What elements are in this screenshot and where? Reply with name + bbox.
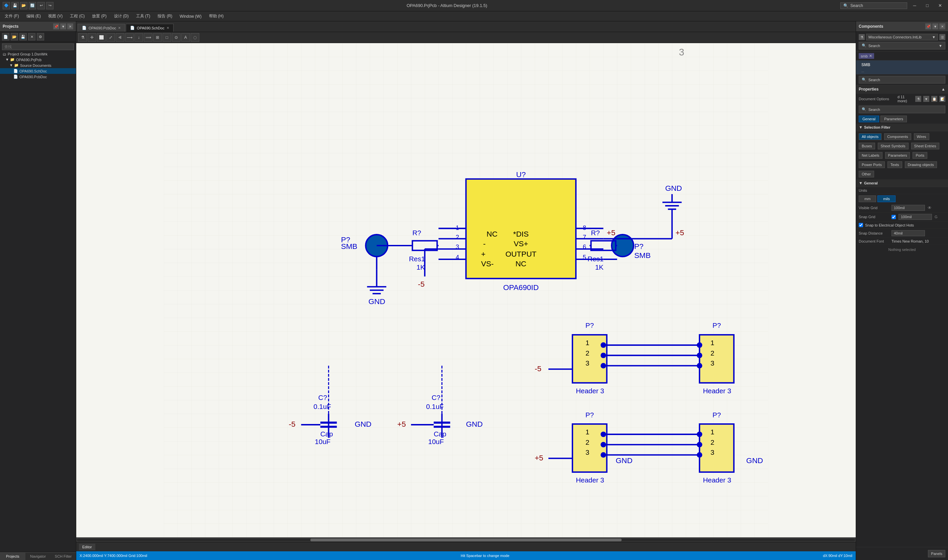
text-tool[interactable]: A — [181, 33, 190, 42]
sf-ports[interactable]: Ports — [913, 152, 927, 159]
menu-reports[interactable]: 报告 (R) — [154, 12, 176, 20]
pcbdoc-tab-close[interactable]: ✕ — [118, 26, 121, 30]
menu-project[interactable]: 工程 (C) — [66, 12, 88, 20]
smb-tag-remove[interactable]: ✕ — [869, 54, 872, 58]
undo-icon[interactable]: ↩ — [37, 2, 45, 9]
panel-close-btn[interactable]: ✕ — [67, 23, 73, 29]
new-btn[interactable]: 📄 — [2, 33, 9, 40]
grid-tool[interactable]: ⊞ — [153, 33, 162, 42]
project-search-input[interactable] — [2, 43, 74, 50]
refresh-icon[interactable]: 🔄 — [29, 2, 36, 9]
schdoc-tab-close[interactable]: ✕ — [166, 26, 169, 30]
tab-navigator[interactable]: Navigator — [25, 552, 51, 560]
tab-schdoc[interactable]: 📄 OPA690.SchDoc ✕ — [126, 24, 173, 32]
tab-projects[interactable]: Projects — [0, 552, 25, 560]
sf-wires[interactable]: Wires — [914, 133, 929, 140]
close-button[interactable]: ✕ — [935, 1, 945, 10]
align-tool[interactable]: ⫷ — [116, 33, 124, 42]
selection-filter-header[interactable]: ▼ Selection Filter — [856, 124, 948, 131]
bus-tool[interactable]: ⟹ — [144, 33, 153, 42]
h-scrollbar[interactable] — [76, 537, 856, 542]
sf-components[interactable]: Components — [884, 133, 911, 140]
titlebar-search[interactable]: 🔍 Search — [840, 2, 907, 9]
sf-drawing-objects[interactable]: Drawing objects — [905, 162, 937, 168]
properties-search[interactable]: 🔍 Search — [859, 76, 945, 83]
panels-button[interactable]: Panels — [928, 550, 945, 557]
filter-tool[interactable]: ⚗ — [78, 33, 87, 42]
tab-sch-filter[interactable]: SCH Filter — [51, 552, 76, 560]
place-tool[interactable]: □ — [162, 33, 171, 42]
doc-options-btn2[interactable]: 📋 — [931, 96, 937, 102]
minimize-button[interactable]: ─ — [909, 1, 920, 10]
tab-parameters[interactable]: Parameters — [880, 115, 907, 122]
down-tool[interactable]: ↓ — [134, 33, 143, 42]
snap-grid-checkbox[interactable] — [891, 215, 896, 219]
properties-chevron[interactable]: ▲ — [941, 87, 945, 92]
doc-options-btn1[interactable]: ▼ — [923, 96, 929, 102]
component-search[interactable]: 🔍 Search ▼ — [859, 42, 945, 49]
menu-help[interactable]: 帮助 (H) — [206, 12, 227, 20]
menu-place[interactable]: 放置 (P) — [89, 12, 110, 20]
menu-tools[interactable]: 工具 (T) — [133, 12, 154, 20]
wire-tool[interactable]: ⟶ — [125, 33, 134, 42]
components-pin-btn[interactable]: 📌 — [925, 23, 931, 29]
sf-sheet-entries[interactable]: Sheet Entries — [911, 143, 939, 149]
sf-all-objects[interactable]: All objects — [859, 133, 882, 140]
filter-icon[interactable]: ⚗ — [859, 34, 865, 40]
library-menu-btn[interactable]: ☰ — [939, 34, 945, 40]
props-inner-search[interactable]: 🔍 Search — [859, 106, 945, 113]
power-tool[interactable]: ⊙ — [172, 33, 180, 42]
unit-mm[interactable]: mm — [859, 195, 876, 202]
editor-tab-btn[interactable]: Editor — [79, 544, 95, 550]
tree-item-schdoc[interactable]: 📄 OPA690.SchDoc — [0, 68, 76, 74]
visible-grid-input[interactable] — [891, 205, 925, 211]
snap-electrical-checkbox[interactable] — [859, 223, 863, 227]
redo-icon[interactable]: ↪ — [46, 2, 54, 9]
schematic-canvas-area[interactable]: 3 *DIS VS+ OUTPUT NC - + VS- NC 1 2 3 4 — [76, 43, 856, 537]
snap-grid-input[interactable] — [899, 214, 932, 220]
sf-other[interactable]: Other — [859, 171, 874, 177]
components-menu-btn[interactable]: ▼ — [932, 23, 938, 29]
menu-edit[interactable]: 编辑 (E) — [23, 12, 44, 20]
settings-btn[interactable]: ⚙ — [37, 33, 44, 40]
menu-view[interactable]: 视图 (V) — [45, 12, 66, 20]
save-btn[interactable]: 💾 — [19, 33, 27, 40]
tab-pcbdoc[interactable]: 📄 OPA690.PcbDoc ✕ — [77, 24, 125, 32]
save-icon[interactable]: 💾 — [11, 2, 19, 9]
tree-item-source-docs[interactable]: ▼ 📁 Source Documents — [0, 63, 76, 68]
unit-mils[interactable]: mils — [877, 195, 896, 202]
crosshair-tool[interactable]: ✛ — [88, 33, 96, 42]
tab-general[interactable]: General — [859, 115, 879, 122]
tree-item-prjpcb[interactable]: ▼ 📁 OPA690.PrjPcb — [0, 57, 76, 63]
rect-select-tool[interactable]: ⬜ — [97, 33, 106, 42]
doc-options-filter[interactable]: ⚗ — [915, 96, 921, 102]
sf-texts[interactable]: Texts — [888, 162, 902, 168]
sf-net-labels[interactable]: Net Labels — [859, 152, 882, 159]
scroll-thumb[interactable] — [310, 538, 622, 541]
panel-menu-btn[interactable]: ▼ — [60, 23, 66, 29]
snap-distance-input[interactable] — [891, 230, 925, 236]
menu-window[interactable]: Window (W) — [176, 13, 205, 20]
open-icon[interactable]: 📂 — [20, 2, 28, 9]
general-section-header[interactable]: ▼ General — [856, 179, 948, 187]
doc-options-btn3[interactable]: 📝 — [939, 96, 945, 102]
panel-pin-btn[interactable]: 📌 — [53, 23, 59, 29]
tree-item-project-group[interactable]: 🗂 Project Group 1.DsnWrk — [0, 51, 76, 57]
open-btn[interactable]: 📂 — [11, 33, 18, 40]
lasso-tool[interactable]: ⤢ — [106, 33, 115, 42]
components-close-btn[interactable]: ✕ — [939, 23, 945, 29]
menu-design[interactable]: 设计 (D) — [111, 12, 132, 20]
sf-sheet-symbols[interactable]: Sheet Symbols — [878, 143, 908, 149]
library-dropdown[interactable]: Miscellaneous Connectors.IntLib ▼ — [866, 34, 938, 40]
menu-file[interactable]: 文件 (F) — [2, 12, 22, 20]
svg-text:Header 3: Header 3 — [576, 387, 604, 395]
sf-buses[interactable]: Buses — [859, 143, 875, 149]
tree-item-pcbdoc[interactable]: 📄 OPA690.PcbDoc — [0, 74, 76, 80]
svg-rect-67 — [572, 335, 607, 383]
close-btn[interactable]: ✕ — [28, 33, 35, 40]
sf-power-ports[interactable]: Power Ports — [859, 162, 885, 168]
arc-tool[interactable]: ◌ — [191, 33, 199, 42]
visible-grid-icon[interactable]: 👁 — [928, 206, 932, 210]
maximize-button[interactable]: □ — [922, 1, 933, 10]
sf-parameters[interactable]: Parameters — [885, 152, 910, 159]
